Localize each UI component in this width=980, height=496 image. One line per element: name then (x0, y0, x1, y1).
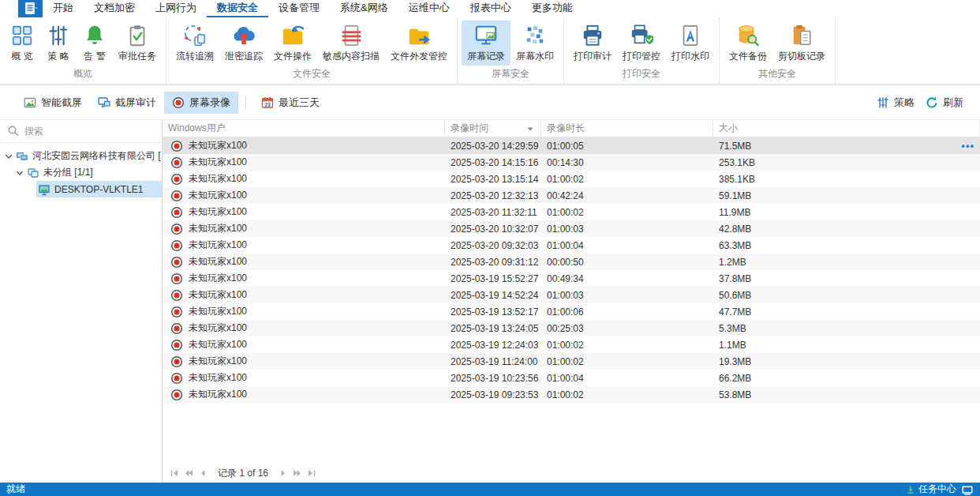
table-row[interactable]: 未知玩家x1002025-03-19 13:52:1701:00:0647.7M… (163, 303, 980, 320)
cell-size: 63.3MB (713, 240, 980, 251)
table-row[interactable]: 未知玩家x1002025-03-20 14:29:5901:00:0571.5M… (163, 137, 980, 154)
cell-size: 1.1MB (713, 340, 980, 351)
pager-prev-button[interactable] (196, 467, 210, 479)
table-row[interactable]: 未知玩家x1002025-03-20 09:31:1200:00:501.2MB (163, 254, 980, 270)
user-name: 未知玩家x100 (189, 388, 247, 401)
table-row[interactable]: 未知玩家x1002025-03-20 12:32:1300:42:2459.1M… (163, 187, 980, 204)
menu-tab-7[interactable]: 运维中心 (398, 0, 460, 17)
ribbon-button[interactable]: 打印管控 (617, 21, 666, 66)
task-center-button[interactable]: 任务中心 (906, 483, 956, 496)
ribbon-button[interactable]: 泄密追踪 (219, 21, 268, 66)
search-box (0, 120, 162, 143)
table-row[interactable]: 未知玩家x1002025-03-19 14:52:2401:00:0350.6M… (163, 287, 980, 303)
user-name: 未知玩家x100 (189, 189, 247, 202)
refresh-icon (926, 96, 938, 109)
user-name: 未知玩家x100 (189, 205, 247, 219)
cell-size: 47.7MB (713, 306, 980, 318)
user-name: 未知玩家x100 (189, 321, 247, 335)
cell-size: 50.6MB (713, 290, 980, 301)
ribbon-button-label: 策 略 (47, 50, 69, 63)
toolbar-button[interactable]: 23最近三天 (253, 92, 327, 114)
ribbon-button[interactable]: 告 警 (77, 21, 113, 66)
toolbar-button[interactable]: 策略 (871, 92, 920, 114)
tree-item[interactable]: 未分组 [1/1] (0, 164, 162, 181)
table-row[interactable]: 未知玩家x1002025-03-19 15:52:2700:49:3437.8M… (163, 270, 980, 287)
cell-size: 42.8MB (713, 224, 980, 235)
record-dot-icon (170, 256, 183, 269)
ribbon-button[interactable]: 屏幕水印 (511, 21, 559, 66)
record-dot-icon (170, 339, 183, 351)
tree-item-content: DESKTOP-VLKTLE1 (36, 181, 162, 197)
cell-duration: 01:00:03 (541, 224, 713, 235)
tree-expander[interactable] (14, 168, 25, 178)
pager-fast-prev-button[interactable] (181, 467, 196, 479)
toolbar-button[interactable]: 截屏审计 (90, 92, 164, 114)
table-row[interactable]: 未知玩家x1002025-03-19 12:24:0301:00:021.1MB (163, 336, 980, 353)
ribbon-group-label: 其他安全 (720, 67, 835, 84)
table-row[interactable]: 未知玩家x1002025-03-20 14:15:1600:14:30253.1… (163, 154, 980, 171)
menu-tab-2[interactable]: 文档加密 (84, 0, 145, 17)
table-row[interactable]: 未知玩家x1002025-03-20 10:32:0701:00:0342.8M… (163, 220, 980, 237)
download-arrow-icon (906, 485, 915, 494)
tree-item[interactable]: DESKTOP-VLKTLE1 (0, 181, 162, 197)
pager-next-button[interactable] (276, 467, 290, 479)
column-header-label: 录像时长 (547, 122, 585, 135)
pager-first-button[interactable] (167, 467, 181, 479)
column-header[interactable]: Windows用户 (163, 120, 445, 137)
mini-window-icon[interactable] (961, 483, 974, 496)
table-row[interactable]: 未知玩家x1002025-03-19 09:23:5301:00:0253.8M… (163, 386, 980, 403)
ribbon-button[interactable]: 文件操作 (268, 21, 317, 66)
toolbar-button[interactable]: 屏幕录像 (164, 92, 238, 114)
trace-cycle-icon (183, 24, 207, 47)
ribbon-button[interactable]: 策 略 (40, 21, 77, 66)
column-header[interactable]: 录像时间 (445, 120, 541, 137)
table-row[interactable]: 未知玩家x1002025-03-19 13:24:0500:25:035.3MB (163, 320, 980, 336)
menu-tab-8[interactable]: 报表中心 (460, 0, 522, 17)
pager-last-button[interactable] (305, 467, 319, 479)
table-row[interactable]: 未知玩家x1002025-03-20 13:15:1401:00:02385.1… (163, 171, 980, 187)
ribbon-group: 流转追溯泄密追踪文件操作敏感内容扫描文件外发管控文件安全 (166, 17, 458, 84)
tree-item[interactable]: 河北安固云网络科技有限公司 [1/1] (0, 148, 162, 164)
column-header[interactable]: 录像时长 (541, 120, 713, 137)
ribbon-button[interactable]: 文件备份 (724, 21, 772, 66)
tree-expander[interactable] (3, 152, 14, 161)
table-row[interactable]: 未知玩家x1002025-03-19 10:23:5601:00:0466.2M… (163, 370, 980, 386)
menu-tab-5[interactable]: 设备管理 (268, 0, 330, 17)
record-dot-icon (170, 156, 183, 169)
ribbon-button[interactable]: 打印水印 (666, 21, 715, 66)
content-area: 河北安固云网络科技有限公司 [1/1]未分组 [1/1]DESKTOP-VLKT… (0, 120, 980, 483)
search-input[interactable] (24, 126, 155, 137)
ribbon-button[interactable]: 审批任务 (113, 21, 162, 66)
column-header[interactable]: 大小 (713, 120, 980, 137)
cell-record-time: 2025-03-19 10:23:56 (445, 373, 541, 384)
file-ops-folder-icon (281, 24, 305, 47)
pager-fast-next-button[interactable] (290, 467, 305, 479)
app-menu-button[interactable] (18, 0, 43, 17)
record-dot-icon (170, 140, 183, 152)
ribbon-button[interactable]: 概 览 (4, 21, 40, 66)
row-more-button[interactable]: ••• (961, 140, 974, 152)
table-row[interactable]: 未知玩家x1002025-03-20 09:32:0301:00:0463.3M… (163, 237, 980, 254)
toolbar-button-label: 策略 (894, 96, 915, 110)
cell-user: 未知玩家x100 (163, 388, 445, 401)
table-row[interactable]: 未知玩家x1002025-03-20 11:32:1101:00:0211.9M… (163, 204, 980, 220)
menu-tab-4[interactable]: 数据安全 (207, 0, 268, 17)
toolbar-button[interactable]: 智能截屏 (16, 92, 90, 114)
menu-tab-1[interactable]: 开始 (43, 0, 84, 17)
cell-size: 5.3MB (713, 323, 980, 334)
ribbon-button[interactable]: 敏感内容扫描 (317, 21, 385, 66)
menu-tab-6[interactable]: 系统&网络 (330, 0, 398, 17)
cell-duration: 00:00:50 (541, 257, 713, 268)
cell-record-time: 2025-03-19 15:52:27 (445, 273, 541, 284)
table-row[interactable]: 未知玩家x1002025-03-19 11:24:0001:00:0219.3M… (163, 353, 980, 370)
ribbon-button[interactable]: 流转追溯 (170, 21, 219, 66)
calendar-icon: 23 (261, 96, 274, 109)
toolbar-button[interactable]: 刷新 (920, 92, 969, 114)
menu-tab-3[interactable]: 上网行为 (145, 0, 207, 17)
ribbon-button[interactable]: 剪切板记录 (772, 21, 831, 66)
ribbon-button[interactable]: 屏幕记录 (462, 21, 511, 66)
cell-record-time: 2025-03-20 09:32:03 (445, 240, 541, 251)
ribbon-button[interactable]: 文件外发管控 (385, 21, 453, 66)
menu-tab-9[interactable]: 更多功能 (522, 0, 583, 17)
ribbon-button[interactable]: 打印审计 (568, 21, 617, 66)
